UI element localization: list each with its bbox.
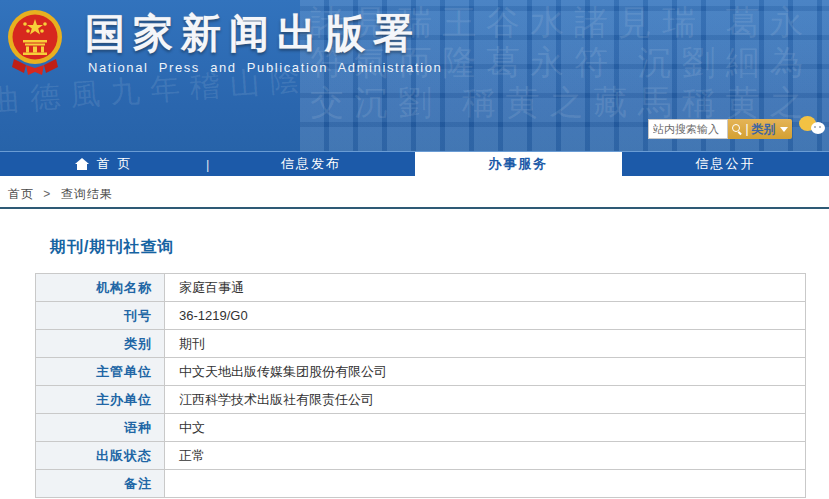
search-button-divider: | <box>745 119 748 139</box>
page: 曲德風九年稽山陰 諸見瑞王谷水諸見瑞 葛永符氣而隆葛永符 沉劉絗為交沉劉 稱黄之… <box>0 0 829 499</box>
row-label-supervisor-unit: 主管单位 <box>36 358 165 386</box>
breadcrumb-current: 查询结果 <box>61 187 113 201</box>
nav-item-information-disclosure[interactable]: 信息公开 <box>622 152 829 176</box>
section-divider-line <box>0 207 829 209</box>
breadcrumb: 首页 > 查询结果 <box>8 186 113 203</box>
chevron-down-icon <box>780 127 788 132</box>
row-value-org-name: 家庭百事通 <box>165 274 806 302</box>
category-dropdown[interactable]: 类别 <box>752 121 776 138</box>
table-row: 机构名称 家庭百事通 <box>36 274 806 302</box>
search-button[interactable]: | 类别 <box>728 119 792 139</box>
wechat-icon[interactable] <box>799 116 827 140</box>
nav-item-label: 办事服务 <box>488 155 548 173</box>
main-nav: 首 页 信息发布 办事服务 信息公开 | <box>0 151 829 176</box>
table-row: 主办单位 江西科学技术出版社有限责任公司 <box>36 386 806 414</box>
row-label-category: 类别 <box>36 330 165 358</box>
row-value-language: 中文 <box>165 414 806 442</box>
wechat-bubble-front-icon <box>811 122 825 134</box>
national-emblem-logo <box>6 7 64 77</box>
nav-item-home[interactable]: 首 页 <box>0 152 207 176</box>
home-icon <box>75 158 89 170</box>
site-subtitle: National Press and Publication Administr… <box>88 60 442 75</box>
breadcrumb-home-link[interactable]: 首页 <box>8 187 34 201</box>
table-row: 语种 中文 <box>36 414 806 442</box>
row-value-supervisor-unit: 中文天地出版传媒集团股份有限公司 <box>165 358 806 386</box>
page-title: 期刊/期刊社查询 <box>50 237 174 258</box>
journal-info-table: 机构名称 家庭百事通 刊号 36-1219/G0 类别 期刊 主管单位 中文天地… <box>35 273 806 498</box>
search-icon <box>732 124 742 134</box>
nav-item-label: 信息公开 <box>695 155 755 173</box>
row-value-issue-number: 36-1219/G0 <box>165 302 806 330</box>
row-value-sponsor-unit: 江西科学技术出版社有限责任公司 <box>165 386 806 414</box>
table-row: 刊号 36-1219/G0 <box>36 302 806 330</box>
row-label-sponsor-unit: 主办单位 <box>36 386 165 414</box>
nav-item-label: 首 页 <box>97 155 133 173</box>
site-header: 曲德風九年稽山陰 諸見瑞王谷水諸見瑞 葛永符氣而隆葛永符 沉劉絗為交沉劉 稱黄之… <box>0 0 829 151</box>
table-row: 主管单位 中文天地出版传媒集团股份有限公司 <box>36 358 806 386</box>
table-row: 备注 <box>36 470 806 498</box>
row-label-remarks: 备注 <box>36 470 165 498</box>
breadcrumb-separator: > <box>43 187 51 201</box>
row-value-publication-status: 正常 <box>165 442 806 470</box>
row-value-remarks <box>165 470 806 498</box>
table-row: 类别 期刊 <box>36 330 806 358</box>
site-search-input[interactable] <box>648 119 728 139</box>
row-label-publication-status: 出版状态 <box>36 442 165 470</box>
nav-item-services-active[interactable]: 办事服务 <box>415 152 622 176</box>
row-label-issue-number: 刊号 <box>36 302 165 330</box>
nav-divider: | <box>206 156 209 173</box>
row-label-language: 语种 <box>36 414 165 442</box>
nav-item-label: 信息发布 <box>281 155 341 173</box>
nav-item-information-release[interactable]: 信息发布 <box>207 152 414 176</box>
table-row: 出版状态 正常 <box>36 442 806 470</box>
row-value-category: 期刊 <box>165 330 806 358</box>
site-title: 国家新闻出版署 <box>85 6 421 61</box>
row-label-org-name: 机构名称 <box>36 274 165 302</box>
